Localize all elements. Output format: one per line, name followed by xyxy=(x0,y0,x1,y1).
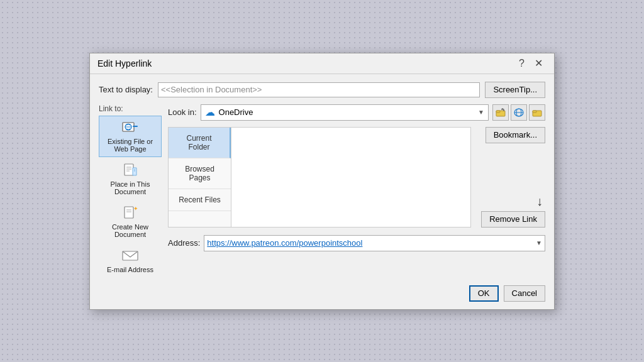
svg-marker-9 xyxy=(133,168,136,175)
link-email[interactable]: E-mail Address xyxy=(99,244,162,278)
address-input[interactable] xyxy=(207,238,531,248)
nav-recent-files[interactable]: Recent Files xyxy=(169,189,231,211)
browse-web-button[interactable] xyxy=(511,104,527,121)
address-label: Address: xyxy=(168,238,200,248)
address-row: Address: ▼ xyxy=(168,235,545,251)
email-icon xyxy=(121,248,139,265)
dialog-body: Text to display: ScreenTip... Link to: xyxy=(90,74,554,309)
existing-file-label: Existing File orWeb Page xyxy=(108,138,153,153)
ok-button[interactable]: OK xyxy=(469,285,499,302)
title-bar: Edit Hyperlink ? ✕ xyxy=(90,53,554,74)
email-label: E-mail Address xyxy=(107,266,153,273)
down-arrow-icon: ↓ xyxy=(536,194,543,209)
look-in-select[interactable]: ☁ OneDrive ▼ OneDrive xyxy=(201,104,489,121)
cancel-button[interactable]: Cancel xyxy=(504,285,545,302)
look-in-toolbar xyxy=(492,104,545,121)
folder-up-button[interactable] xyxy=(492,104,509,121)
nav-current-folder[interactable]: CurrentFolder xyxy=(169,128,231,158)
content-row: CurrentFolder BrowsedPages Recent Files … xyxy=(168,127,545,228)
text-display-input[interactable] xyxy=(158,82,480,97)
text-display-label: Text to display: xyxy=(99,85,153,94)
link-to-panel: Link to: Existing File orWeb xyxy=(99,104,162,279)
svg-rect-18 xyxy=(496,111,500,112)
link-create-new[interactable]: ✦ Create NewDocument xyxy=(99,201,162,243)
screentip-button[interactable]: ScreenTip... xyxy=(485,82,545,98)
existing-file-icon xyxy=(121,120,139,136)
title-bar-controls: ? ✕ xyxy=(515,58,547,69)
edit-hyperlink-dialog: Edit Hyperlink ? ✕ Text to display: Scre… xyxy=(89,53,555,310)
remove-link-button[interactable]: Remove Link xyxy=(481,211,545,228)
look-in-label: Look in: xyxy=(168,107,197,117)
svg-rect-22 xyxy=(533,111,536,112)
main-area: Link to: Existing File orWeb xyxy=(99,104,545,279)
look-in-row: Look in: ☁ OneDrive ▼ OneDrive xyxy=(168,104,545,121)
dialog-title: Edit Hyperlink xyxy=(97,58,152,69)
side-buttons: Bookmark... ↓ Remove Link xyxy=(481,127,545,228)
bottom-buttons: OK Cancel xyxy=(99,285,545,302)
svg-rect-12 xyxy=(125,207,133,218)
svg-rect-5 xyxy=(125,164,133,175)
address-dropdown-icon[interactable]: ▼ xyxy=(536,239,542,246)
svg-rect-4 xyxy=(133,126,138,127)
file-area[interactable] xyxy=(231,127,471,228)
right-area: Look in: ☁ OneDrive ▼ OneDrive xyxy=(168,104,545,279)
link-to-label: Link to: xyxy=(99,104,162,113)
link-place-doc[interactable]: Place in ThisDocument xyxy=(99,158,162,200)
svg-text:✦: ✦ xyxy=(133,206,138,212)
link-existing-file[interactable]: Existing File orWeb Page xyxy=(99,116,162,157)
place-doc-label: Place in ThisDocument xyxy=(111,180,150,195)
close-button[interactable]: ✕ xyxy=(531,58,547,69)
create-new-label: Create NewDocument xyxy=(112,223,148,238)
nav-browsed-pages[interactable]: BrowsedPages xyxy=(169,158,231,189)
text-display-row: Text to display: ScreenTip... xyxy=(99,82,545,98)
browse-folder-button[interactable] xyxy=(529,104,545,121)
content-panel: CurrentFolder BrowsedPages Recent Files xyxy=(168,127,471,228)
bookmark-button[interactable]: Bookmark... xyxy=(486,127,545,143)
create-new-icon: ✦ xyxy=(121,206,139,222)
nav-panel: CurrentFolder BrowsedPages Recent Files xyxy=(168,127,231,228)
help-button[interactable]: ? xyxy=(515,58,528,69)
place-doc-icon xyxy=(121,163,139,179)
